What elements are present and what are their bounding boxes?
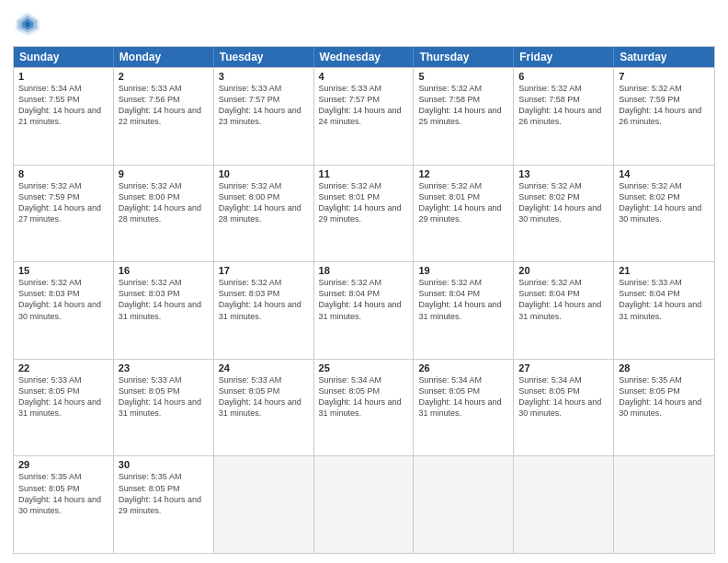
day-number: 29 — [18, 459, 108, 470]
day-number: 21 — [619, 265, 710, 276]
day-number: 26 — [418, 362, 508, 373]
day-number: 18 — [319, 265, 409, 276]
day-cell-5: 5Sunrise: 5:32 AM Sunset: 7:58 PM Daylig… — [414, 68, 514, 165]
calendar-body: 1Sunrise: 5:34 AM Sunset: 7:55 PM Daylig… — [14, 67, 714, 553]
calendar-row-5: 29Sunrise: 5:35 AM Sunset: 8:05 PM Dayli… — [14, 455, 714, 553]
day-info: Sunrise: 5:32 AM Sunset: 8:00 PM Dayligh… — [219, 180, 309, 225]
day-cell-7: 7Sunrise: 5:32 AM Sunset: 7:59 PM Daylig… — [614, 68, 714, 165]
day-cell-20: 20Sunrise: 5:32 AM Sunset: 8:04 PM Dayli… — [514, 262, 614, 359]
day-info: Sunrise: 5:33 AM Sunset: 8:05 PM Dayligh… — [119, 374, 209, 419]
day-info: Sunrise: 5:32 AM Sunset: 7:58 PM Dayligh… — [518, 83, 609, 128]
day-cell-22: 22Sunrise: 5:33 AM Sunset: 8:05 PM Dayli… — [14, 360, 114, 456]
weekday-header-tuesday: Tuesday — [214, 47, 314, 67]
day-cell-18: 18Sunrise: 5:32 AM Sunset: 8:04 PM Dayli… — [314, 262, 415, 359]
day-cell-30: 30Sunrise: 5:35 AM Sunset: 8:05 PM Dayli… — [114, 456, 214, 553]
weekday-header-wednesday: Wednesday — [314, 47, 415, 67]
day-cell-2: 2Sunrise: 5:33 AM Sunset: 7:56 PM Daylig… — [114, 68, 214, 165]
day-info: Sunrise: 5:32 AM Sunset: 8:03 PM Dayligh… — [219, 277, 309, 322]
day-number: 6 — [518, 71, 609, 82]
header — [13, 9, 715, 39]
day-cell-10: 10Sunrise: 5:32 AM Sunset: 8:00 PM Dayli… — [214, 166, 314, 262]
day-cell-3: 3Sunrise: 5:33 AM Sunset: 7:57 PM Daylig… — [214, 68, 314, 165]
day-cell-9: 9Sunrise: 5:32 AM Sunset: 8:00 PM Daylig… — [114, 166, 214, 262]
day-number: 2 — [119, 71, 209, 82]
day-number: 25 — [319, 362, 409, 373]
calendar-row-1: 1Sunrise: 5:34 AM Sunset: 7:55 PM Daylig… — [14, 67, 714, 165]
day-info: Sunrise: 5:32 AM Sunset: 8:04 PM Dayligh… — [319, 277, 409, 322]
day-number: 27 — [518, 362, 609, 373]
day-cell-29: 29Sunrise: 5:35 AM Sunset: 8:05 PM Dayli… — [14, 456, 114, 553]
day-number: 22 — [18, 362, 108, 373]
day-cell-12: 12Sunrise: 5:32 AM Sunset: 8:01 PM Dayli… — [414, 166, 514, 262]
day-info: Sunrise: 5:32 AM Sunset: 8:02 PM Dayligh… — [619, 180, 710, 225]
day-info: Sunrise: 5:33 AM Sunset: 8:04 PM Dayligh… — [619, 277, 710, 322]
day-info: Sunrise: 5:35 AM Sunset: 8:05 PM Dayligh… — [619, 374, 710, 419]
day-cell-1: 1Sunrise: 5:34 AM Sunset: 7:55 PM Daylig… — [14, 68, 114, 165]
day-cell-21: 21Sunrise: 5:33 AM Sunset: 8:04 PM Dayli… — [614, 262, 714, 359]
day-cell-26: 26Sunrise: 5:34 AM Sunset: 8:05 PM Dayli… — [414, 360, 514, 456]
day-number: 10 — [219, 168, 309, 179]
logo-icon — [13, 9, 42, 39]
day-info: Sunrise: 5:32 AM Sunset: 7:59 PM Dayligh… — [18, 180, 108, 225]
weekday-header-thursday: Thursday — [414, 47, 514, 67]
day-number: 7 — [619, 71, 710, 82]
calendar-row-4: 22Sunrise: 5:33 AM Sunset: 8:05 PM Dayli… — [14, 359, 714, 456]
day-cell-4: 4Sunrise: 5:33 AM Sunset: 7:57 PM Daylig… — [314, 68, 415, 165]
day-number: 19 — [418, 265, 508, 276]
day-info: Sunrise: 5:33 AM Sunset: 8:05 PM Dayligh… — [18, 374, 108, 419]
empty-cell-4-3 — [314, 456, 415, 553]
day-info: Sunrise: 5:32 AM Sunset: 8:00 PM Dayligh… — [119, 180, 209, 225]
calendar: SundayMondayTuesdayWednesdayThursdayFrid… — [13, 46, 715, 554]
day-cell-16: 16Sunrise: 5:32 AM Sunset: 8:03 PM Dayli… — [114, 262, 214, 359]
day-number: 14 — [619, 168, 710, 179]
empty-cell-4-2 — [214, 456, 314, 553]
day-cell-11: 11Sunrise: 5:32 AM Sunset: 8:01 PM Dayli… — [314, 166, 415, 262]
empty-cell-4-5 — [514, 456, 614, 553]
day-info: Sunrise: 5:33 AM Sunset: 7:56 PM Dayligh… — [119, 83, 209, 128]
empty-cell-4-6 — [614, 456, 714, 553]
day-cell-25: 25Sunrise: 5:34 AM Sunset: 8:05 PM Dayli… — [314, 360, 415, 456]
day-number: 8 — [18, 168, 108, 179]
day-info: Sunrise: 5:33 AM Sunset: 8:05 PM Dayligh… — [219, 374, 309, 419]
day-info: Sunrise: 5:35 AM Sunset: 8:05 PM Dayligh… — [18, 471, 108, 516]
day-cell-23: 23Sunrise: 5:33 AM Sunset: 8:05 PM Dayli… — [114, 360, 214, 456]
day-info: Sunrise: 5:32 AM Sunset: 8:03 PM Dayligh… — [119, 277, 209, 322]
day-number: 24 — [219, 362, 309, 373]
day-cell-13: 13Sunrise: 5:32 AM Sunset: 8:02 PM Dayli… — [514, 166, 614, 262]
day-info: Sunrise: 5:32 AM Sunset: 7:58 PM Dayligh… — [418, 83, 508, 128]
day-cell-15: 15Sunrise: 5:32 AM Sunset: 8:03 PM Dayli… — [14, 262, 114, 359]
day-number: 30 — [119, 459, 209, 470]
day-cell-24: 24Sunrise: 5:33 AM Sunset: 8:05 PM Dayli… — [214, 360, 314, 456]
page: SundayMondayTuesdayWednesdayThursdayFrid… — [0, 0, 728, 563]
day-info: Sunrise: 5:34 AM Sunset: 7:55 PM Dayligh… — [18, 83, 108, 128]
day-number: 28 — [619, 362, 710, 373]
day-cell-17: 17Sunrise: 5:32 AM Sunset: 8:03 PM Dayli… — [214, 262, 314, 359]
day-cell-14: 14Sunrise: 5:32 AM Sunset: 8:02 PM Dayli… — [614, 166, 714, 262]
weekday-header-friday: Friday — [514, 47, 614, 67]
day-number: 20 — [518, 265, 609, 276]
day-number: 13 — [518, 168, 609, 179]
day-info: Sunrise: 5:32 AM Sunset: 8:02 PM Dayligh… — [518, 180, 609, 225]
day-number: 9 — [119, 168, 209, 179]
day-info: Sunrise: 5:32 AM Sunset: 8:03 PM Dayligh… — [18, 277, 108, 322]
weekday-header-saturday: Saturday — [614, 47, 714, 67]
day-info: Sunrise: 5:32 AM Sunset: 7:59 PM Dayligh… — [619, 83, 710, 128]
day-info: Sunrise: 5:33 AM Sunset: 7:57 PM Dayligh… — [319, 83, 409, 128]
empty-cell-4-4 — [414, 456, 514, 553]
weekday-header-monday: Monday — [114, 47, 214, 67]
day-info: Sunrise: 5:35 AM Sunset: 8:05 PM Dayligh… — [119, 471, 209, 516]
day-cell-8: 8Sunrise: 5:32 AM Sunset: 7:59 PM Daylig… — [14, 166, 114, 262]
day-info: Sunrise: 5:33 AM Sunset: 7:57 PM Dayligh… — [219, 83, 309, 128]
weekday-header-sunday: Sunday — [14, 47, 114, 67]
day-number: 3 — [219, 71, 309, 82]
day-info: Sunrise: 5:32 AM Sunset: 8:01 PM Dayligh… — [319, 180, 409, 225]
day-number: 11 — [319, 168, 409, 179]
day-cell-19: 19Sunrise: 5:32 AM Sunset: 8:04 PM Dayli… — [414, 262, 514, 359]
day-number: 23 — [119, 362, 209, 373]
day-number: 4 — [319, 71, 409, 82]
day-cell-27: 27Sunrise: 5:34 AM Sunset: 8:05 PM Dayli… — [514, 360, 614, 456]
day-info: Sunrise: 5:34 AM Sunset: 8:05 PM Dayligh… — [518, 374, 609, 419]
day-info: Sunrise: 5:34 AM Sunset: 8:05 PM Dayligh… — [319, 374, 409, 419]
day-number: 15 — [18, 265, 108, 276]
day-number: 16 — [119, 265, 209, 276]
